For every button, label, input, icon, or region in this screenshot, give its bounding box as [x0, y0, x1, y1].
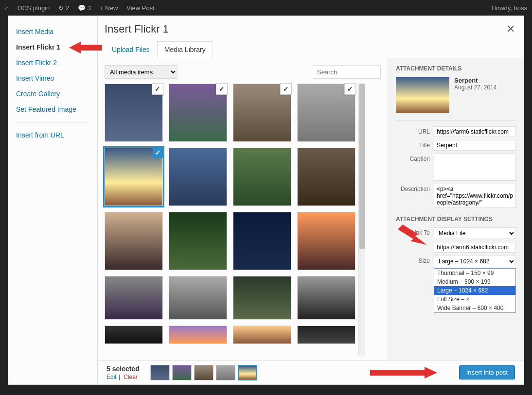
adminbar-howdy[interactable]: Howdy, boss: [492, 4, 527, 12]
adminbar-home-icon[interactable]: ⌂: [5, 4, 9, 12]
media-thumb[interactable]: [105, 276, 163, 320]
wp-admin-bar: ⌂ OCS plugin ↻ 2 💬 3 + New View Post How…: [0, 0, 532, 16]
linkto-label: Link To: [396, 227, 434, 236]
media-thumb[interactable]: [297, 212, 355, 270]
media-thumb[interactable]: [169, 84, 227, 142]
size-option[interactable]: Thumbnail – 150 × 99: [434, 269, 515, 277]
attachment-details-heading: ATTACHMENT DETAILS: [396, 65, 516, 72]
adminbar-comments[interactable]: 💬 3: [78, 4, 91, 12]
insert-into-post-button[interactable]: Insert into post: [459, 365, 515, 379]
linkto-select[interactable]: Media File: [434, 227, 516, 239]
media-thumb[interactable]: [105, 212, 163, 270]
sidebar-insert-from-url[interactable]: Insert from URL: [8, 127, 97, 143]
attachment-date: August 27, 2014: [454, 84, 497, 91]
modal-title: Insert Flickr 1: [105, 23, 514, 35]
media-thumb[interactable]: [169, 276, 227, 320]
adminbar-site-name[interactable]: OCS plugin: [18, 4, 50, 12]
media-grid: [105, 84, 355, 356]
size-option[interactable]: Medium – 300 × 199: [434, 277, 515, 286]
size-select[interactable]: Large – 1024 × 682: [434, 256, 516, 267]
sidebar-insert-media[interactable]: Insert Media: [8, 24, 97, 39]
media-thumb[interactable]: [169, 212, 227, 270]
linkto-url-field[interactable]: [434, 242, 516, 253]
title-field[interactable]: [434, 140, 516, 151]
media-thumb[interactable]: [233, 276, 291, 320]
selection-thumb[interactable]: [216, 365, 235, 380]
media-thumb[interactable]: [233, 148, 291, 206]
media-modal: Insert Media Insert Flickr 1 Insert Flic…: [8, 16, 524, 385]
size-dropdown-list: Thumbnail – 150 × 99 Medium – 300 × 199 …: [434, 268, 516, 313]
attachment-preview-thumb: [396, 77, 449, 113]
media-thumb[interactable]: [297, 276, 355, 320]
description-label: Description: [396, 184, 434, 192]
tab-media-library[interactable]: Media Library: [157, 41, 213, 58]
selection-thumb[interactable]: [172, 365, 192, 380]
media-thumb[interactable]: [105, 84, 163, 142]
attachment-name: Serpent: [454, 77, 497, 84]
selection-thumb-active[interactable]: [238, 365, 257, 380]
size-option-selected[interactable]: Large – 1024 × 682: [434, 286, 515, 295]
media-thumb[interactable]: [297, 84, 355, 142]
clear-selection-link[interactable]: Clear: [124, 374, 138, 380]
media-main: ✕ Insert Flickr 1 Upload Files Media Lib…: [98, 16, 524, 384]
caption-field[interactable]: [434, 154, 516, 181]
media-footer: 5 selected Edit| Clear Insert into post: [98, 360, 524, 384]
media-thumb[interactable]: [169, 148, 227, 206]
sidebar-set-featured-image[interactable]: Set Featured Image: [8, 102, 97, 117]
media-thumb[interactable]: [297, 326, 355, 344]
svg-marker-2: [370, 367, 437, 378]
media-filter-select[interactable]: All media items: [105, 65, 177, 79]
size-option[interactable]: Full Size – ×: [434, 295, 515, 304]
tab-upload-files[interactable]: Upload Files: [105, 41, 157, 58]
url-label: URL: [396, 126, 434, 135]
selection-thumbs: [150, 365, 257, 380]
caption-label: Caption: [396, 154, 434, 162]
media-thumb[interactable]: [233, 212, 291, 270]
media-header: Insert Flickr 1 Upload Files Media Libra…: [98, 16, 524, 58]
size-label: Size: [396, 256, 434, 264]
display-settings-heading: ATTACHMENT DISPLAY SETTINGS: [396, 216, 516, 223]
adminbar-viewpost[interactable]: View Post: [126, 4, 155, 12]
adminbar-new[interactable]: + New: [100, 4, 118, 12]
close-icon[interactable]: ✕: [506, 23, 515, 35]
selection-thumb[interactable]: [150, 365, 170, 380]
selection-thumb[interactable]: [194, 365, 213, 380]
sidebar-insert-flickr-2[interactable]: Insert Flickr 2: [8, 55, 97, 70]
attachments-area: All media items: [98, 58, 388, 360]
sidebar-insert-vimeo[interactable]: Insert Vimeo: [8, 70, 97, 86]
annotation-arrow-insert: [370, 366, 438, 379]
adminbar-updates[interactable]: ↻ 2: [58, 4, 69, 12]
media-thumb[interactable]: [233, 84, 291, 142]
scrollbar-thumb[interactable]: [359, 84, 365, 249]
media-thumb-selected[interactable]: [105, 148, 163, 206]
media-thumb[interactable]: [105, 326, 163, 344]
title-label: Title: [396, 140, 434, 149]
media-thumb[interactable]: [233, 326, 291, 344]
media-thumb[interactable]: [169, 326, 227, 344]
sidebar-insert-flickr-1[interactable]: Insert Flickr 1: [8, 39, 97, 55]
attachment-details-panel: ATTACHMENT DETAILS Serpent August 27, 20…: [388, 58, 524, 360]
sidebar-separator: [16, 122, 89, 122]
edit-selection-link[interactable]: Edit: [106, 374, 117, 380]
grid-scrollbar[interactable]: [358, 84, 365, 356]
description-field[interactable]: <p><a href="https://www.flickr.com/peopl…: [434, 184, 516, 208]
sidebar-create-gallery[interactable]: Create Gallery: [8, 86, 97, 102]
url-field[interactable]: [434, 126, 516, 137]
search-input[interactable]: [313, 65, 381, 79]
selected-count: 5 selected: [106, 365, 140, 373]
size-option[interactable]: Wide Banner – 600 × 400: [434, 304, 515, 312]
media-sidebar: Insert Media Insert Flickr 1 Insert Flic…: [8, 16, 98, 384]
media-tabs: Upload Files Media Library: [105, 41, 514, 58]
media-thumb[interactable]: [297, 148, 355, 206]
